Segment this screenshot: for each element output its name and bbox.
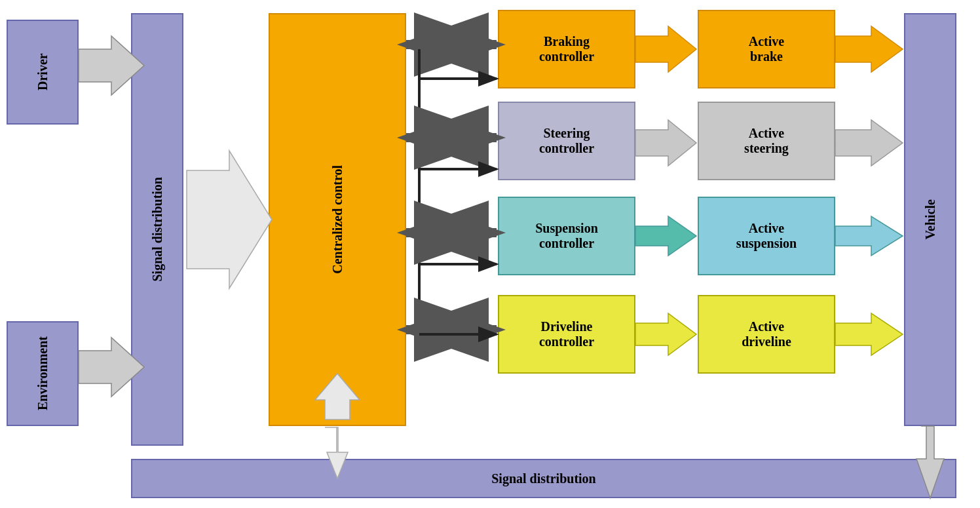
driver-label: Driver [8, 21, 77, 123]
active-brake-label: Activebrake [749, 34, 784, 64]
centralized-control-block: Centralized control [269, 13, 406, 426]
signal-dist-left-block: Signal distribution [131, 13, 183, 446]
signal-dist-bottom-label: Signal distribution [491, 471, 596, 486]
suspension-to-active-suspension-arrow [635, 216, 696, 256]
signal-dist-left-label: Signal distribution [150, 177, 165, 282]
active-brake-to-vehicle-arrow [835, 26, 903, 72]
steering-controller-label: Steeringcontroller [539, 126, 594, 156]
driver-block: Driver [7, 20, 79, 125]
braking-to-active-brake-arrow [635, 26, 696, 72]
suspension-controller-label: Suspensioncontroller [535, 221, 598, 251]
driveline-to-active-driveline-arrow [635, 313, 696, 355]
vehicle-block: Vehicle [904, 13, 956, 426]
diagram-container: Driver Environment Signal distribution C… [0, 0, 980, 508]
active-driveline-block: Activedriveline [698, 295, 835, 374]
active-suspension-block: Activesuspension [698, 197, 835, 275]
active-suspension-to-vehicle-arrow [835, 216, 903, 256]
active-driveline-to-vehicle-arrow [835, 313, 903, 355]
active-brake-block: Activebrake [698, 10, 835, 88]
steering-to-active-steering-arrow [635, 120, 696, 166]
environment-label: Environment [8, 322, 77, 425]
vehicle-label: Vehicle [923, 199, 938, 239]
braking-controller-label: Brakingcontroller [539, 34, 594, 64]
active-steering-label: Activesteering [744, 126, 789, 156]
suspension-controller-block: Suspensioncontroller [498, 197, 635, 275]
active-steering-to-vehicle-arrow [835, 120, 903, 166]
signal-dist-to-central-arrow [187, 151, 272, 288]
active-suspension-label: Activesuspension [736, 221, 797, 251]
environment-block: Environment [7, 321, 79, 426]
signal-dist-bottom-block: Signal distribution [131, 459, 956, 498]
centralized-control-label: Centralized control [330, 165, 345, 274]
driveline-controller-label: Drivelinecontroller [539, 319, 594, 349]
active-steering-block: Activesteering [698, 102, 835, 180]
active-driveline-label: Activedriveline [742, 319, 791, 349]
driveline-controller-block: Drivelinecontroller [498, 295, 635, 374]
braking-controller-block: Brakingcontroller [498, 10, 635, 88]
steering-controller-block: Steeringcontroller [498, 102, 635, 180]
